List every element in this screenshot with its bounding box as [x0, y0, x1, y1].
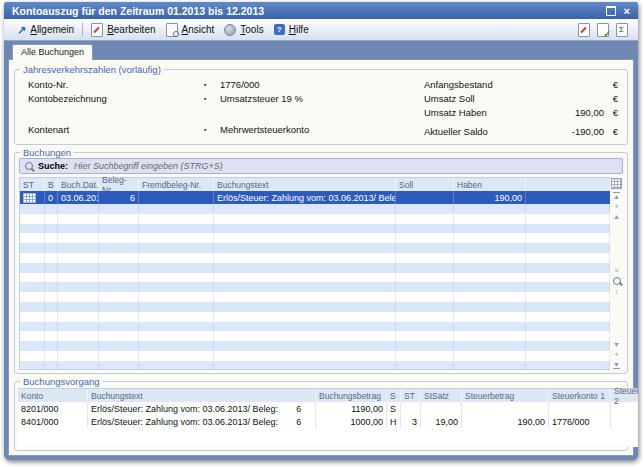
content-panel: Jahresverkehrszahlen (vorläufig) Konto-N… [8, 59, 634, 456]
field-kontenart-value: Mehrwertsteuerkonto [220, 124, 309, 135]
table-row [20, 224, 610, 234]
menu-separator [82, 23, 83, 37]
column-header-haben[interactable]: Haben [454, 178, 526, 191]
zoom-icon[interactable] [613, 277, 621, 285]
summary-left-column: Konto-Nr. ▪ 1776/000 Kontobezeichnung ▪ … [18, 77, 410, 141]
menu-allgemein[interactable]: Allgemein [12, 23, 79, 36]
column-header-buchungstext[interactable]: Buchungstext [88, 389, 316, 402]
steuerbetrag-cell: 190,00 [462, 415, 549, 428]
table-row [20, 253, 610, 263]
column-header-buchungstext[interactable]: Buchungstext [214, 178, 396, 191]
column-header-konto[interactable]: Konto [18, 389, 88, 402]
work-area: Alle Buchungen Jahresverkehrszahlen (vor… [4, 41, 638, 460]
fixed-value-indicator: ▪ [204, 81, 220, 88]
booking-haben-cell: 190,00 [454, 191, 526, 204]
list-view-icon[interactable]: ≡ [614, 267, 618, 274]
column-header-belegnr[interactable]: Beleg-Nr. [99, 178, 139, 191]
expand-icon[interactable]: + [614, 203, 618, 210]
menu-tools[interactable]: Tools [219, 23, 268, 37]
column-header-stsatz[interactable]: StSatz [421, 389, 462, 402]
close-icon[interactable]: × [624, 6, 630, 16]
menu-allgemein-label: Allgemein [30, 24, 74, 35]
tab-alle-buchungen[interactable]: Alle Buchungen [12, 44, 93, 60]
summary-group-title: Jahresverkehrszahlen (vorläufig) [20, 64, 164, 75]
steuerkonto1-cell [549, 402, 611, 415]
booking-row-selected[interactable]: 0 03.06.2013 6 Erlös/Steuer: Zahlung vom… [20, 191, 610, 204]
booking-filler-cell [526, 191, 610, 204]
transaction-row-2[interactable]: 8401/000 Erlös/Steuer: Zahlung vom: 03.0… [18, 415, 638, 428]
search-label: Suche: [38, 161, 68, 171]
field-konto-nr: Konto-Nr. ▪ 1776/000 [28, 77, 410, 91]
steuerkonto2-cell [611, 402, 638, 415]
currency-symbol: € [604, 126, 618, 137]
column-header-steuerkonto1[interactable]: Steuerkonto 1 [549, 389, 611, 402]
screen: Kontoauszug für den Zeitraum 01.2013 bis… [0, 0, 644, 467]
steuerbetrag-cell [462, 402, 549, 415]
summary-right-column: Anfangsbestand € Umsatz Soll € Umsatz Ha… [410, 77, 624, 141]
table-row [20, 204, 610, 214]
field-kontobezeichnung: Kontobezeichnung ▪ Umsatzsteuer 19 % [28, 91, 410, 105]
booking-text: Erlös/Steuer: Zahlung vom: 03.06.2013/ B… [217, 193, 396, 203]
stsatz-cell: 19,00 [421, 415, 462, 428]
field-kontobezeichnung-value: Umsatzsteuer 19 % [220, 93, 303, 104]
title-bar[interactable]: Kontoauszug für den Zeitraum 01.2013 bis… [4, 2, 638, 19]
sort-icon[interactable]: ↕ [615, 288, 619, 295]
menu-ansicht[interactable]: Ansicht [161, 22, 220, 38]
menu-hilfe[interactable]: Hilfe [269, 23, 314, 36]
search-input[interactable]: Hier Suchbegriff eingeben (STRG+S) [74, 161, 223, 171]
bookings-side-rail: ▲ + ▲ ≡ ↕ ▼ + [610, 177, 623, 370]
restore-icon[interactable] [606, 6, 616, 16]
column-chooser-icon[interactable] [611, 178, 622, 189]
konto-cell: 8401/000 [18, 415, 88, 428]
column-header-b[interactable]: B [45, 178, 58, 191]
scroll-down-icon[interactable]: ▼ [613, 341, 620, 348]
collapse-icon[interactable]: + [614, 351, 618, 358]
booking-soll-cell [396, 191, 454, 204]
tools-icon [224, 24, 236, 36]
column-header-soll[interactable]: Soll [396, 178, 454, 191]
menu-ansicht-label: Ansicht [182, 24, 215, 35]
window-title: Kontoauszug für den Zeitraum 01.2013 bis… [12, 5, 264, 17]
menu-hilfe-label: Hilfe [289, 24, 309, 35]
export-document-icon[interactable] [578, 23, 590, 37]
field-umsatz-soll: Umsatz Soll € [410, 91, 618, 105]
go-first-icon[interactable]: ▲ [613, 192, 620, 200]
sum-document-icon[interactable] [616, 23, 628, 37]
check-document-icon[interactable] [597, 23, 609, 37]
field-kontenart: Kontenart ▪ Mehrwertsteuerkonto [28, 122, 410, 136]
table-row [20, 292, 610, 302]
booking-row-type-cell [20, 191, 45, 204]
table-row [20, 282, 610, 292]
field-aktueller-saldo-value: -190,00 [524, 126, 604, 137]
column-header-buchdat[interactable]: Buch.Dat. [58, 178, 99, 191]
table-row [20, 263, 610, 273]
summary-spacer [28, 105, 410, 122]
search-bar[interactable]: Suche: Hier Suchbegriff eingeben (STRG+S… [19, 158, 623, 174]
arrow-northeast-icon [17, 25, 26, 35]
column-header-s[interactable]: S [387, 389, 401, 402]
text-cell: Erlös/Steuer: Zahlung vom: 03.06.2013/ B… [88, 415, 316, 428]
column-header-fremdbelegnr[interactable]: Fremdbeleg-Nr. [139, 178, 214, 191]
column-header-st[interactable]: ST [401, 389, 421, 402]
table-row [20, 233, 610, 243]
summary-groupbox: Jahresverkehrszahlen (vorläufig) Konto-N… [14, 69, 628, 145]
menu-bearbeiten[interactable]: Bearbeiten [86, 22, 160, 38]
column-header-steuerkonto2[interactable]: Steuerkonto 2 [611, 389, 638, 402]
transaction-row-1[interactable]: 8201/000 Erlös/Steuer: Zahlung vom: 03.0… [18, 402, 638, 415]
menu-bar: Allgemein Bearbeiten Ansicht Tools Hilfe [4, 19, 638, 41]
bookings-groupbox: Buchungen Suche: Hier Suchbegriff eingeb… [14, 152, 628, 374]
text-ref: 6 [296, 404, 301, 414]
field-umsatz-haben-value: 190,00 [524, 107, 604, 118]
go-last-icon[interactable]: ▼ [613, 361, 620, 369]
betrag-cell: 1190,00 [316, 402, 387, 415]
currency-symbol: € [604, 93, 618, 104]
fixed-value-indicator: ▪ [204, 95, 220, 102]
column-header-st[interactable]: ST [20, 178, 45, 191]
booking-date-cell: 03.06.2013 [58, 191, 99, 204]
column-header-steuerbetrag[interactable]: Steuerbetrag [462, 389, 549, 402]
column-header-buchungsbetrag[interactable]: Buchungsbetrag [316, 389, 387, 402]
table-row [20, 214, 610, 224]
field-konto-nr-value: 1776/000 [220, 79, 260, 90]
table-row [20, 243, 610, 253]
scroll-up-icon[interactable]: ▲ [613, 213, 620, 220]
